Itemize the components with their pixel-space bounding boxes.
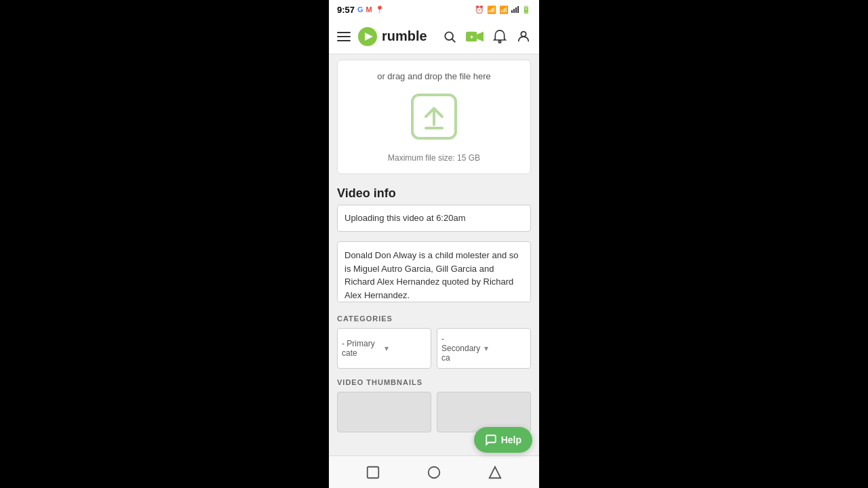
help-button-label: Help xyxy=(501,434,521,445)
nav-recent-button[interactable] xyxy=(477,460,513,485)
secondary-category-text: - Secondary ca xyxy=(441,334,484,363)
location-icon: 📍 xyxy=(375,5,384,14)
google-icon: G xyxy=(357,5,363,14)
categories-row: - Primary cate ▾ - Secondary ca ▾ xyxy=(329,328,539,375)
svg-point-12 xyxy=(429,466,440,478)
alarm-icon: ⏰ xyxy=(475,5,484,14)
add-video-button[interactable]: + xyxy=(466,30,484,43)
phone-frame: 9:57 G M 📍 ⏰ 📶 📶 🔋 xyxy=(329,0,539,488)
nav-icons: + xyxy=(443,29,531,44)
svg-point-2 xyxy=(445,32,453,40)
status-right: ⏰ 📶 📶 🔋 xyxy=(475,5,531,14)
gmail-icon: M xyxy=(366,5,372,14)
wifi-icon: 📶 xyxy=(499,5,509,14)
secondary-chevron-icon: ▾ xyxy=(484,344,527,353)
thumbnails-label: VIDEO THUMBNAILS xyxy=(329,375,539,392)
upload-hint: or drag and drop the file here xyxy=(377,71,491,81)
signal-icon xyxy=(511,6,519,13)
help-button[interactable]: Help xyxy=(474,427,532,453)
nav-bar: rumble + xyxy=(329,19,539,54)
rumble-logo-icon xyxy=(357,26,378,47)
search-button[interactable] xyxy=(443,30,456,43)
main-content: or drag and drop the file here Maximum f… xyxy=(329,54,539,455)
bottom-nav xyxy=(329,455,539,488)
primary-category-select[interactable]: - Primary cate ▾ xyxy=(337,328,431,369)
svg-rect-11 xyxy=(368,466,379,478)
svg-point-8 xyxy=(521,31,526,36)
nav-logo: rumble xyxy=(357,26,436,47)
status-bar: 9:57 G M 📍 ⏰ 📶 📶 🔋 xyxy=(329,0,539,19)
primary-chevron-icon: ▾ xyxy=(384,344,427,353)
thumbnail-1[interactable] xyxy=(337,392,431,432)
svg-line-3 xyxy=(452,39,456,42)
svg-marker-5 xyxy=(477,31,484,41)
upload-icon xyxy=(407,89,461,144)
svg-marker-13 xyxy=(490,466,501,478)
svg-text:+: + xyxy=(470,33,474,41)
video-title-input[interactable] xyxy=(337,205,531,232)
primary-category-text: - Primary cate xyxy=(342,339,384,358)
status-time: 9:57 xyxy=(337,5,355,15)
status-left: 9:57 G M 📍 xyxy=(337,5,384,15)
upload-area[interactable]: or drag and drop the file here Maximum f… xyxy=(337,60,531,174)
categories-label: CATEGORIES xyxy=(329,312,539,328)
thumbnails-row xyxy=(329,392,539,432)
hamburger-menu[interactable] xyxy=(337,32,351,41)
nav-back-button[interactable] xyxy=(355,460,391,485)
rumble-logo-text: rumble xyxy=(382,28,427,44)
nav-home-button[interactable] xyxy=(416,460,452,485)
notifications-button[interactable] xyxy=(493,29,507,44)
thumbnail-2[interactable] xyxy=(437,392,531,432)
bluetooth-icon: 📶 xyxy=(487,5,496,14)
video-info-title: Video info xyxy=(329,180,539,205)
upload-max-size: Maximum file size: 15 GB xyxy=(388,153,480,163)
user-profile-button[interactable] xyxy=(516,29,531,44)
video-description-input[interactable] xyxy=(337,241,531,302)
secondary-category-select[interactable]: - Secondary ca ▾ xyxy=(437,328,531,369)
upload-icon-wrap xyxy=(407,89,461,146)
battery-icon: 🔋 xyxy=(521,5,531,14)
svg-point-7 xyxy=(498,40,500,42)
